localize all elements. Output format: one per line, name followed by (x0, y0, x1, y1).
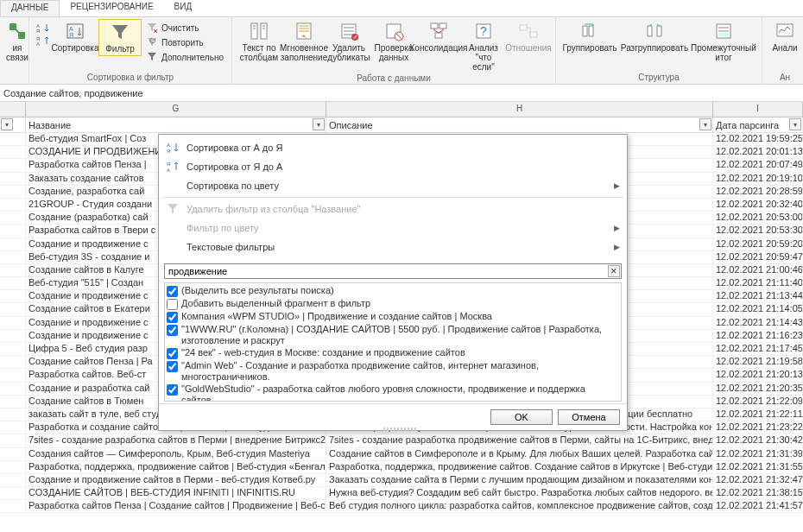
cell-date[interactable]: 12.02.2021 21:41:57 (713, 500, 803, 512)
cancel-button[interactable]: Отмена (558, 409, 620, 425)
cell-date[interactable]: 12.02.2021 21:22:11 (713, 408, 803, 421)
cell-date[interactable]: 12.02.2021 21:11:40 (713, 277, 803, 289)
filter-checkbox[interactable] (167, 325, 178, 336)
consolidate-button[interactable]: Консолидация (417, 19, 460, 54)
cell-date[interactable]: 12.02.2021 21:22:09 (713, 396, 803, 408)
clear-search-button[interactable]: ✕ (608, 265, 620, 277)
sort-za-item[interactable]: ЯАСортировка от Я до А (159, 157, 627, 176)
edit-links-button[interactable]: ия связи (5, 19, 29, 64)
table-row[interactable]: Создание и продвижение сайтов в Перми - … (0, 474, 803, 487)
tab-data[interactable]: ДАННЫЕ (0, 0, 60, 16)
sort-az-icon[interactable]: АЯ (35, 22, 52, 35)
filter-checkbox[interactable] (167, 299, 178, 310)
cell-description[interactable]: Нужна веб-студия? Создадим веб сайт быст… (326, 487, 713, 499)
what-if-button[interactable]: ?Анализ "что если" (462, 19, 505, 73)
cell-description[interactable]: Заказать создание сайта в Перми с лучшим… (326, 474, 713, 486)
filter-check-item[interactable]: "1WWW.RU" (г.Коломна) | СОЗДАНИЕ САЙТОВ … (167, 324, 619, 347)
table-row[interactable]: Создания сайтов — Симферополь, Крым, Веб… (0, 448, 803, 461)
tab-view[interactable]: ВИД (164, 0, 203, 16)
cell-date[interactable]: 12.02.2021 21:30:42 (713, 434, 803, 446)
cell-date[interactable]: 12.02.2021 21:16:23 (713, 330, 803, 342)
cell-date[interactable]: 12.02.2021 21:31:39 (713, 448, 803, 460)
header-title: Название (28, 120, 71, 130)
table-row[interactable]: СОЗДАНИЕ САЙТОВ | ВЕБ-СТУДИЯ INFINITI | … (0, 487, 803, 500)
cell-date[interactable]: 12.02.2021 21:38:15 (713, 487, 803, 499)
cell-title[interactable]: Разработка, поддержка, продвижение сайто… (26, 461, 326, 473)
sort-az-item[interactable]: АЯСортировка от А до Я (159, 138, 627, 157)
filter-checkbox[interactable] (167, 361, 178, 372)
cell-title[interactable]: Создание и продвижение сайтов в Перми - … (26, 474, 326, 486)
text-filters-item[interactable]: Текстовые фильтры▶ (159, 238, 627, 256)
filter-check-item[interactable]: (Выделить все результаты поиска) (167, 285, 619, 298)
cell-title[interactable]: Создания сайтов — Симферополь, Крым, Веб… (26, 448, 326, 460)
filter-dropdown-i[interactable] (789, 118, 801, 130)
sort-za-icon[interactable]: ЯА (35, 35, 52, 48)
ok-button[interactable]: OK (490, 409, 553, 425)
cell-date[interactable]: 12.02.2021 21:20:35 (713, 383, 803, 395)
cell-date[interactable]: 12.02.2021 21:23:22 (713, 421, 803, 434)
cell-date[interactable]: 12.02.2021 20:19:10 (713, 173, 803, 185)
cell-title[interactable]: Разработка сайтов Пенза | Создание сайто… (26, 500, 326, 512)
filter-checkbox[interactable] (167, 286, 178, 297)
clear-filter-button[interactable]: Очистить (143, 21, 226, 35)
cell-description[interactable]: Веб студия полного цикла: разработка сай… (326, 500, 713, 512)
data-analysis-button[interactable]: Анали (768, 19, 802, 54)
cell-date[interactable]: 12.02.2021 21:14:05 (713, 303, 803, 315)
cell-date[interactable]: 12.02.2021 19:59:25 (713, 133, 803, 145)
filter-check-item[interactable]: "24 век" - web-студия в Москве: создание… (167, 347, 619, 360)
ungroup-button[interactable]: Разгруппировать (620, 19, 689, 54)
resize-handle[interactable] (383, 428, 418, 431)
relationships-button[interactable]: Отношения (507, 19, 550, 54)
cell-date[interactable]: 12.02.2021 20:59:20 (713, 238, 803, 250)
cell-description[interactable]: Разработка, поддержка, продвижение сайто… (326, 461, 713, 473)
filter-checkbox[interactable] (167, 384, 178, 396)
cell-description[interactable]: 7sites - создание разработка продвижение… (326, 434, 713, 446)
remove-duplicates-button[interactable]: Удалить дубликаты (327, 19, 370, 64)
data-validation-button[interactable]: Проверка данных (372, 19, 415, 64)
table-row[interactable]: Разработка сайтов Пенза | Создание сайто… (0, 500, 803, 513)
cell-date[interactable]: 12.02.2021 21:20:13 (713, 369, 803, 381)
reapply-filter-button[interactable]: Повторить (143, 35, 226, 49)
group-button[interactable]: Группировать (561, 19, 618, 54)
sort-color-item[interactable]: Сортировка по цвету▶ (159, 176, 627, 195)
advanced-filter-button[interactable]: Дополнительно (143, 50, 226, 64)
filter-checklist[interactable]: (Выделить все результаты поиска)Добавить… (164, 282, 622, 402)
cell-title[interactable]: СОЗДАНИЕ САЙТОВ | ВЕБ-СТУДИЯ INFINITI | … (26, 487, 326, 499)
filter-dropdown-h[interactable] (699, 118, 711, 130)
subtotal-button[interactable]: Промежуточный итог (691, 19, 756, 64)
cell-date[interactable]: 12.02.2021 21:32:47 (713, 474, 803, 486)
filter-checkbox[interactable] (167, 312, 178, 323)
filter-check-item[interactable]: "Admin Web" - Создание и разработка прод… (167, 360, 619, 383)
cell-title[interactable]: 7sites - создание разработка сайтов в Пе… (26, 434, 326, 446)
cell-date[interactable]: 12.02.2021 21:19:58 (713, 356, 803, 368)
cell-date[interactable]: 12.02.2021 20:53:30 (713, 225, 803, 237)
cell-date[interactable]: 12.02.2021 21:31:55 (713, 461, 803, 473)
tab-review[interactable]: РЕЦЕНЗИРОВАНИЕ (60, 0, 163, 16)
formula-bar[interactable]: Создание сайтов, продвижение (0, 85, 803, 102)
cell-date[interactable]: 12.02.2021 20:28:59 (713, 186, 803, 198)
text-to-columns-button[interactable]: Текст по столбцам (237, 19, 281, 64)
cell-date[interactable]: 12.02.2021 20:32:40 (713, 199, 803, 211)
filter-check-item[interactable]: Добавить выделенный фрагмент в фильтр (167, 298, 619, 311)
filter-check-item[interactable]: Компания «WPM STUDIO» | Продвижение и со… (167, 311, 619, 324)
flash-fill-button[interactable]: Мгновенное заполнение (282, 19, 326, 64)
table-row[interactable]: 7sites - создание разработка сайтов в Пе… (0, 434, 803, 447)
chevron-right-icon: ▶ (614, 243, 620, 251)
cell-date[interactable]: 12.02.2021 21:14:43 (713, 317, 803, 329)
filter-checkbox[interactable] (167, 348, 178, 359)
cell-date[interactable]: 12.02.2021 21:13:44 (713, 290, 803, 302)
cell-date[interactable]: 12.02.2021 20:59:47 (713, 251, 803, 263)
filter-check-item[interactable]: "GoldWebStudio" - разработка сайтов любо… (167, 383, 619, 402)
filter-search-input[interactable] (164, 263, 622, 279)
sort-button[interactable]: АЯ Сортировка (54, 19, 97, 54)
row-filter-dropdown[interactable] (1, 118, 13, 130)
cell-date[interactable]: 12.02.2021 20:53:00 (713, 212, 803, 224)
filter-dropdown-g[interactable] (313, 118, 325, 130)
cell-date[interactable]: 12.02.2021 21:00:46 (713, 264, 803, 276)
cell-date[interactable]: 12.02.2021 21:17:45 (713, 343, 803, 355)
cell-date[interactable]: 12.02.2021 20:01:13 (713, 146, 803, 158)
cell-date[interactable]: 12.02.2021 20:07:49 (713, 159, 803, 171)
cell-description[interactable]: Создание сайтов в Симферополе и в Крыму.… (326, 448, 713, 460)
filter-button[interactable]: Фильтр (98, 19, 142, 56)
table-row[interactable]: Разработка, поддержка, продвижение сайто… (0, 461, 803, 474)
